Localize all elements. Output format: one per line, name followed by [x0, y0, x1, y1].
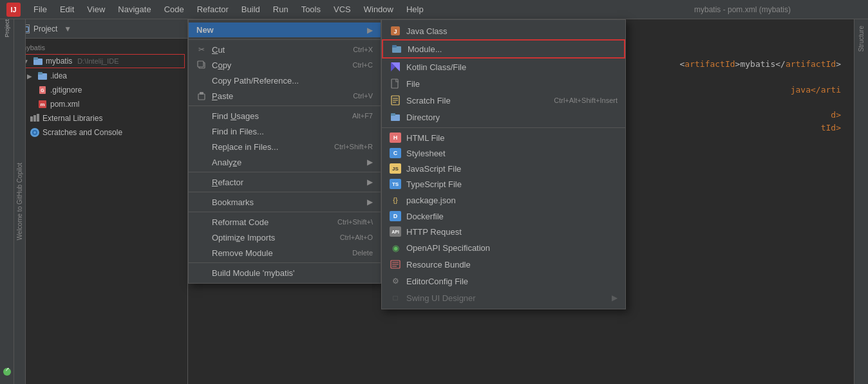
tree-item-external-libs[interactable]: ▶ External Libraries	[14, 111, 187, 125]
reformat-shortcut: Ctrl+Shift+\	[337, 218, 373, 226]
context-replace-in-files[interactable]: Replace in Files... Ctrl+Shift+R	[189, 139, 381, 154]
submenu-typescript[interactable]: TS TypeScript File	[382, 176, 625, 192]
editorconfig-icon: ⚙	[390, 275, 401, 287]
submenu-file[interactable]: File	[382, 75, 625, 92]
context-bookmarks[interactable]: Bookmarks ▶	[189, 194, 381, 210]
divider2	[189, 105, 381, 106]
ts-icon: TS	[390, 179, 401, 189]
menu-edit[interactable]: Edit	[55, 3, 79, 15]
submenu-divider1	[382, 127, 625, 128]
context-find-in-files[interactable]: Find in Files...	[189, 123, 381, 139]
paste-label: Paste	[212, 91, 233, 101]
submenu-swing[interactable]: □ Swing UI Designer ▶	[382, 289, 625, 306]
menu-window[interactable]: Window	[359, 3, 399, 15]
sidebar-copilot-icon[interactable]: ✓	[1, 366, 13, 378]
copy-path-label: Copy Path/Reference...	[212, 76, 299, 86]
window-title: mybatis - pom.xml (mybatis)	[694, 5, 791, 14]
tree-label-pomxml: pom.xml	[50, 100, 79, 109]
copy-shortcut: Ctrl+C	[353, 61, 373, 69]
new-label: New	[196, 25, 214, 35]
context-build-module[interactable]: Build Module 'mybatis'	[189, 265, 381, 280]
submenu-module[interactable]: Module...	[382, 39, 625, 59]
package-json-label: package.json	[406, 196, 456, 205]
context-paste[interactable]: Paste Ctrl+V	[189, 88, 381, 104]
project-panel: Project ▼ mybatis ▼ mybatis D:\Intelij_I…	[14, 19, 188, 384]
build-label: Build Module 'mybatis'	[212, 268, 295, 278]
menu-build[interactable]: Build	[236, 3, 265, 15]
tree-item-mybatis[interactable]: ▼ mybatis D:\Intelij_IDE	[17, 54, 185, 68]
context-reformat[interactable]: Reformat Code Ctrl+Shift+\	[189, 214, 381, 230]
divider3	[189, 172, 381, 172]
html-icon: H	[390, 133, 401, 143]
tree-item-scratches[interactable]: ▶ Scratches and Console	[14, 125, 187, 140]
scratch-file-label: Scratch File	[406, 96, 451, 105]
bookmarks-submenu-icon: ▶	[367, 197, 373, 206]
tree-item-idea[interactable]: ▶ .idea	[14, 69, 187, 83]
dockerfile-icon: D	[390, 211, 401, 221]
submenu-dockerfile[interactable]: D Dockerfile	[382, 208, 625, 224]
menu-tools[interactable]: Tools	[296, 3, 326, 15]
svg-rect-12	[30, 116, 33, 122]
submenu-openapi[interactable]: ◉ OpenAPI Specification	[382, 239, 625, 256]
copy-path-icon	[196, 75, 207, 86]
file-icon	[390, 78, 401, 89]
refactor-label: Refactor	[212, 178, 243, 187]
find-in-files-label: Find in Files...	[212, 127, 264, 136]
context-menu-new[interactable]: New ▶	[189, 23, 381, 37]
submenu-directory[interactable]: Directory	[382, 109, 625, 125]
svg-rect-28	[392, 79, 398, 88]
context-remove-module[interactable]: Remove Module Delete	[189, 245, 381, 261]
context-refactor[interactable]: Refactor ▶	[189, 174, 381, 190]
directory-label: Directory	[406, 113, 440, 122]
right-label-1[interactable]: Structure	[858, 26, 865, 52]
menu-vcs[interactable]: VCS	[328, 3, 356, 15]
tree-path-mybatis: D:\Intelij_IDE	[77, 57, 118, 65]
context-analyze[interactable]: Analyze ▶	[189, 154, 381, 170]
svg-rect-13	[33, 115, 36, 122]
context-optimize-imports[interactable]: Optimize Imports Ctrl+Alt+O	[189, 230, 381, 245]
swing-icon: □	[390, 292, 401, 304]
menu-help[interactable]: Help	[401, 3, 429, 15]
menu-file[interactable]: File	[28, 3, 52, 15]
tree-label-mybatis: mybatis	[46, 57, 72, 66]
submenu-html[interactable]: H HTML File	[382, 130, 625, 145]
submenu-stylesheet[interactable]: C Stylesheet	[382, 145, 625, 161]
submenu-http-request[interactable]: API HTTP Request	[382, 224, 625, 239]
context-copy[interactable]: Copy Ctrl+C	[189, 57, 381, 73]
context-cut[interactable]: ✂ Cut Ctrl+X	[189, 42, 381, 57]
svg-rect-14	[37, 114, 39, 122]
submenu-javascript[interactable]: JS JavaScript File	[382, 161, 625, 176]
java-class-label: Java Class	[406, 26, 448, 36]
menu-refactor[interactable]: Refactor	[192, 3, 234, 15]
submenu-arrow-icon: ▶	[367, 26, 373, 35]
submenu-package-json[interactable]: {} package.json	[382, 192, 625, 208]
menu-navigate[interactable]: Navigate	[113, 3, 156, 15]
context-find-usages[interactable]: Find Usages Alt+F7	[189, 108, 381, 123]
refactor-submenu-icon: ▶	[367, 178, 373, 187]
sidebar-project-icon[interactable]: Project	[1, 23, 13, 34]
js-icon: JS	[390, 163, 401, 174]
analyze-icon	[196, 157, 207, 167]
submenu-scratch-file[interactable]: Scratch File Ctrl+Alt+Shift+Insert	[382, 92, 625, 109]
resource-icon	[390, 259, 401, 270]
submenu-editorconfig[interactable]: ⚙ EditorConfig File	[382, 273, 625, 289]
context-copy-path[interactable]: Copy Path/Reference...	[189, 73, 381, 88]
project-dropdown-icon[interactable]: ▼	[64, 24, 71, 33]
copy-label: Copy	[212, 60, 231, 70]
stylesheet-label: Stylesheet	[406, 149, 446, 158]
menu-run[interactable]: Run	[268, 3, 294, 15]
submenu-resource-bundle[interactable]: Resource Bundle	[382, 256, 625, 273]
menu-view[interactable]: View	[82, 3, 110, 15]
kotlin-label: Kotlin Class/File	[406, 62, 466, 72]
code-line-1: <artifactId>mybatis</artifactId>	[629, 58, 841, 71]
tree-item-gitignore[interactable]: ▶ G .gitignore	[14, 83, 187, 97]
tree-item-pomxml[interactable]: ▶ m pom.xml	[14, 97, 187, 111]
remove-shortcut: Delete	[352, 249, 373, 257]
cut-icon: ✂	[196, 44, 207, 55]
submenu-java-class[interactable]: J Java Class	[382, 23, 625, 39]
copilot-sidebar-label[interactable]: Welcome to GitHub Copilot	[16, 163, 23, 240]
submenu-kotlin[interactable]: Kotlin Class/File	[382, 59, 625, 75]
menu-code[interactable]: Code	[159, 3, 189, 15]
project-header-label: Project	[33, 24, 57, 33]
find-usages-icon	[196, 111, 207, 121]
